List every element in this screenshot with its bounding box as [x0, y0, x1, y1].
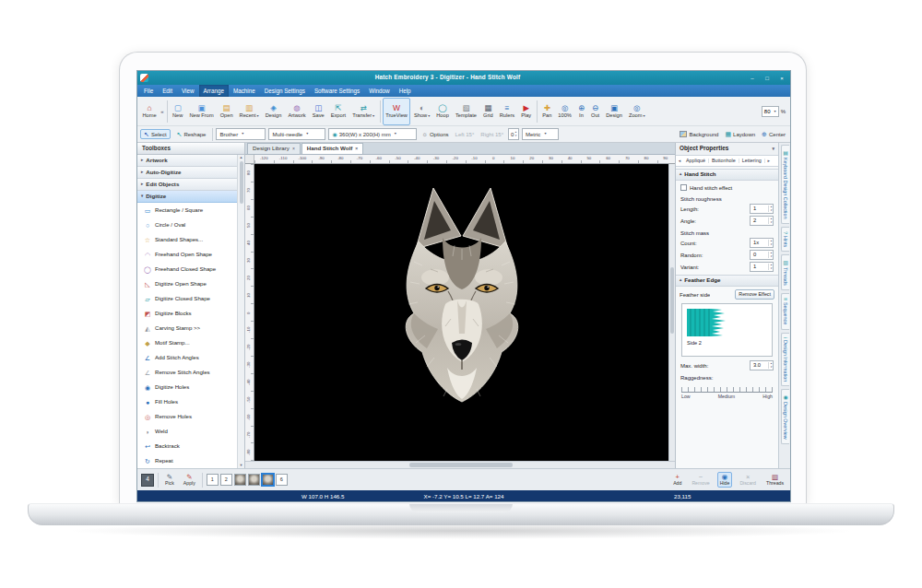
angle-input[interactable]: 2 ▴▾ — [750, 216, 774, 226]
menu-item[interactable]: Window — [364, 85, 394, 97]
toolbox-tool[interactable]: ↩ Backtrack — [137, 439, 237, 453]
menu-item[interactable]: Arrange — [199, 85, 229, 97]
toolbox-tool[interactable]: ● Fill Holes — [137, 394, 237, 409]
toolbox-section[interactable]: ▸ Artwork — [137, 155, 237, 167]
tab-scroll-right-icon[interactable]: ▸ — [765, 159, 773, 163]
toolbox-tool[interactable]: ◯ Freehand Closed Shape — [137, 262, 237, 276]
spinner-arrows-icon[interactable]: ▴▾ — [768, 218, 773, 224]
machine-select[interactable]: Brother▾ — [216, 128, 266, 140]
units-select[interactable]: Metric▾ — [522, 128, 559, 140]
add-color-button[interactable]: + Add — [670, 472, 684, 488]
toolbox-tool[interactable]: ▱ Digitize Closed Shape — [137, 291, 237, 306]
center-button[interactable]: ⊕ Center — [760, 130, 787, 138]
variant-input[interactable]: 1 ▴▾ — [750, 262, 774, 272]
rotate-right-button[interactable]: Right 15° — [479, 131, 505, 138]
tab-close-icon[interactable]: × — [292, 147, 295, 151]
spinner-arrows-icon[interactable]: ▴▾ — [768, 206, 773, 212]
document-tab[interactable]: Design Library × — [247, 143, 301, 154]
toolbox-tool[interactable]: ∠ Add Stitch Angles — [137, 350, 237, 365]
scrollbar-thumb[interactable] — [409, 463, 513, 467]
ribbon-button[interactable]: ▣ Design▾ — [603, 98, 626, 125]
menu-item[interactable]: Edit — [158, 85, 177, 97]
ribbon-button[interactable]: ◍ Artwork▾ — [285, 98, 309, 125]
ribbon-button[interactable]: ⊕ In▾ — [574, 98, 587, 125]
count-input[interactable]: 1x ▴▾ — [750, 238, 774, 248]
canvas-horizontal-scrollbar[interactable] — [245, 461, 675, 468]
color-chip[interactable] — [234, 474, 246, 486]
needle-select[interactable]: Multi-needle▾ — [268, 128, 325, 140]
options-button[interactable]: ☼ Options — [420, 130, 450, 138]
menu-item[interactable]: Design Settings — [260, 85, 310, 97]
toolbox-tool[interactable]: ◉ Digitize Holes — [137, 380, 237, 394]
toolbox-tool[interactable]: ▭ Rectangle / Square — [137, 203, 237, 218]
random-input[interactable]: 0 ▴▾ — [750, 250, 774, 260]
raggedness-slider[interactable] — [676, 382, 778, 393]
side-panel-tab[interactable]: ▤ Keyboard Design Collection — [781, 145, 789, 224]
menu-item[interactable]: Machine — [229, 85, 260, 97]
toolbox-section[interactable]: ▸ Auto-Digitize — [137, 167, 237, 179]
ribbon-button[interactable]: ≡ Rulers▾ — [496, 98, 517, 125]
tab-applique[interactable]: Appliqué — [683, 159, 709, 163]
toolbox-tool[interactable]: ◗ Weld — [137, 424, 237, 439]
canvas-vertical-scrollbar[interactable] — [668, 164, 675, 461]
color-chip[interactable]: 1 — [207, 474, 219, 486]
slider-track[interactable] — [681, 384, 773, 393]
close-button[interactable]: × — [776, 73, 787, 83]
design-canvas[interactable] — [254, 164, 668, 461]
panel-pin-icon[interactable]: ▾ — [772, 147, 774, 151]
side-panel-tab[interactable]: ▥ Threads — [781, 254, 789, 290]
ribbon-button[interactable]: ▥ Recent▾ — [236, 98, 262, 125]
rotate-left-button[interactable]: Left 15° — [454, 131, 477, 138]
color-chip[interactable] — [248, 474, 260, 486]
ribbon-button[interactable]: ⇄ Transfer▾ — [349, 98, 378, 125]
menu-item[interactable]: View — [177, 85, 199, 97]
toolbox-scrollbar[interactable]: ▲ ▼ — [237, 155, 244, 468]
color-chip[interactable]: 6 — [276, 474, 288, 486]
ribbon-button[interactable]: W TrueView▾ — [383, 98, 411, 125]
length-input[interactable]: 1 ▴▾ — [750, 204, 774, 214]
hand-stitch-effect-checkbox[interactable] — [680, 184, 687, 191]
zoom-level-spinner[interactable]: 80 ▾ — [762, 106, 779, 117]
toolbox-tool[interactable]: ◺ Digitize Open Shape — [137, 276, 237, 291]
toolbox-tool[interactable]: ↻ Repeat — [137, 453, 237, 468]
side-panel-tab[interactable]: i Design Information — [781, 333, 789, 387]
laydown-button[interactable]: ▦ Laydown — [723, 130, 757, 138]
document-tab[interactable]: Hand Stitch Wolf × — [301, 143, 363, 154]
rotate-angle-input[interactable]: 0 ▴▾ — [508, 128, 519, 140]
ribbon-button[interactable]: ▣ New From▾ — [186, 98, 217, 125]
scroll-up-icon[interactable]: ▲ — [240, 156, 243, 159]
ribbon-button[interactable]: ◫ Save▾ — [309, 98, 327, 125]
ribbon-button[interactable]: ▤ Open▾ — [217, 98, 236, 125]
toolbox-tool[interactable]: ◆ Motif Stamp... — [137, 335, 237, 350]
remove-color-button[interactable]: − Remove — [689, 472, 712, 488]
menu-item[interactable]: Help — [395, 85, 416, 97]
hand-stitch-section-header[interactable]: ▴ Hand Stitch — [676, 169, 778, 181]
toolbox-tool[interactable]: ☆ Standard Shapes... — [137, 232, 237, 247]
ribbon-button[interactable]: ▦ Grid▾ — [479, 98, 496, 125]
wolf-embroidery-design[interactable] — [370, 181, 554, 413]
ribbon-button[interactable]: ✚ Pan▾ — [539, 98, 555, 125]
reshape-tool-button[interactable]: ↖ Reshape — [173, 129, 210, 139]
toolbox-tool[interactable]: ◩ Digitize Blocks — [137, 306, 237, 321]
side-panel-tab[interactable]: ? Hints — [781, 227, 789, 253]
ribbon-button[interactable]: ◯ Hoop▾ — [433, 98, 453, 125]
background-button[interactable]: Background — [678, 130, 720, 138]
spinner-arrows-icon[interactable]: ▴▾ — [768, 264, 773, 270]
color-chip[interactable]: 2 — [220, 474, 232, 486]
ribbon-button[interactable]: ◎ Zoom▾ — [625, 98, 648, 125]
threads-button[interactable]: ▥ Threads — [763, 472, 786, 488]
toolbox-tool[interactable]: ◭ Carving Stamp >> — [137, 321, 237, 335]
spinner-arrows-icon[interactable]: ▴▾ — [514, 131, 516, 137]
home-button[interactable]: ⌂ Home — [139, 98, 160, 125]
feather-preview-box[interactable]: Side 2 — [681, 303, 773, 357]
toolbox-section-digitize[interactable]: ▾ Digitize — [137, 191, 237, 203]
tab-scroll-left-icon[interactable]: ◂ — [676, 159, 683, 163]
pick-color-button[interactable]: ✎ Pick — [162, 472, 177, 488]
toolbox-tool[interactable]: ◠ Freehand Open Shape — [137, 247, 237, 262]
minimize-button[interactable]: – — [747, 73, 758, 83]
menu-item[interactable]: File — [139, 85, 158, 97]
ribbon-button[interactable]: ⇱ Export▾ — [327, 98, 349, 125]
spinner-arrows-icon[interactable]: ▴▾ — [768, 252, 773, 258]
ribbon-button[interactable]: ◈ Design▾ — [262, 98, 285, 125]
discard-button[interactable]: × Discard — [737, 472, 759, 488]
